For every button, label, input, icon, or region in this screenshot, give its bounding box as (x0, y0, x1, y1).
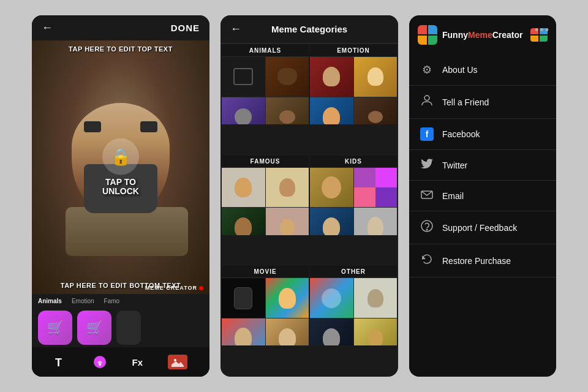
svg-point-4 (174, 359, 176, 361)
app-icon (418, 25, 437, 45)
menu-item-about[interactable]: ⚙ About Us (409, 55, 556, 86)
menu-item-facebook[interactable]: f Facebook (409, 119, 556, 150)
back-icon[interactable]: ← (42, 21, 53, 34)
meme-editor-panel: ← DONE TAP HERE TO EDIT TOP TEXT 🔒 TAP T… (32, 15, 209, 377)
category-other-label: OTHER (310, 266, 397, 277)
cat-img (354, 208, 398, 235)
app-title-creator: Creator (492, 30, 523, 40)
app-title: Funny Meme Creator (442, 30, 522, 40)
sticker-partial[interactable] (116, 311, 141, 345)
category-movie-label: MOVIE (222, 266, 309, 277)
about-icon: ⚙ (420, 63, 434, 77)
category-famous-label: FAMOUS (222, 156, 309, 167)
tell-friend-label: Tell a Friend (442, 97, 489, 107)
email-label: Email (442, 191, 464, 201)
category-kids[interactable]: KIDS (310, 156, 397, 235)
cat-img (354, 278, 398, 318)
lock-icon: 🔒 (102, 138, 139, 175)
bear-img (277, 68, 297, 85)
face-img (323, 67, 340, 86)
category-animals-images (222, 57, 309, 124)
categories-header: ← Meme Categories (221, 15, 398, 43)
cat-img (354, 168, 398, 208)
category-kids-images (310, 168, 397, 235)
menu-item-email[interactable]: Email (409, 181, 556, 211)
cat-img (310, 97, 353, 125)
category-other-images (310, 278, 397, 345)
tap-top-text[interactable]: TAP HERE TO EDIT TOP TEXT (69, 45, 173, 53)
cat-img (266, 318, 309, 346)
settings-panel: Funny Meme Creator ••• ⚙ About Us (409, 15, 556, 377)
categories-grid: ANIMALS EMOT (221, 43, 398, 377)
app-title-meme: Meme (468, 30, 492, 40)
category-emotion-label: EMOTION (310, 45, 397, 56)
app-icon-q1 (418, 25, 427, 34)
cat-img (266, 208, 309, 235)
cat-img (222, 318, 265, 346)
cat-img (354, 318, 398, 346)
menu-item-tell-friend[interactable]: Tell a Friend (409, 86, 556, 119)
tab-animals[interactable]: Animals (38, 298, 62, 304)
category-emotion-images (310, 57, 397, 124)
cat-img (310, 208, 353, 235)
meme-creator-badge: MEME CREATOR (145, 285, 203, 291)
sticker-row: 🛒 🛒 (32, 308, 209, 347)
menu-item-restore[interactable]: Restore Purchase (409, 244, 556, 277)
cat-img (354, 57, 398, 97)
done-button[interactable]: DONE (171, 23, 200, 33)
cat-img (222, 168, 265, 208)
meme-image-area[interactable]: TAP HERE TO EDIT TOP TEXT 🔒 TAP TO UNLOC… (32, 40, 209, 294)
cat-img (266, 57, 309, 97)
restore-label: Restore Purchase (442, 256, 511, 266)
dots-overflow-icon[interactable]: ••• (535, 24, 550, 37)
tab-emotion[interactable]: Emotion (72, 298, 94, 304)
app-icon-q4 (428, 36, 437, 45)
category-kids-label: KIDS (310, 156, 397, 167)
meme-categories-panel: ← Meme Categories ANIMALS (221, 15, 398, 377)
categories-back-icon[interactable]: ← (230, 23, 241, 36)
tap-unlock-text: TAP TO UNLOCK (102, 178, 139, 197)
cat-img (310, 57, 353, 97)
cat-img (310, 318, 353, 346)
restore-icon (420, 253, 434, 268)
lock-overlay[interactable]: 🔒 TAP TO UNLOCK (102, 138, 139, 197)
editor-header: ← DONE (32, 15, 209, 40)
settings-header: Funny Meme Creator (409, 15, 556, 55)
menu-item-support[interactable]: Support / Feedback (409, 211, 556, 244)
facebook-label: Facebook (442, 129, 480, 139)
color-tool[interactable] (92, 355, 107, 369)
cat-img (222, 57, 265, 97)
category-famous[interactable]: FAMOUS (222, 156, 309, 235)
cat-img (266, 97, 309, 125)
svg-point-8 (426, 229, 428, 230)
app-title-funny: Funny (442, 30, 468, 40)
cat-img (310, 278, 353, 318)
cat-img (310, 168, 353, 208)
image-tool[interactable] (168, 355, 187, 369)
svg-text:T: T (55, 356, 62, 369)
svg-point-5 (424, 96, 429, 100)
app-icon-q3 (418, 36, 427, 45)
cat-img (266, 278, 309, 318)
twitter-icon (420, 159, 434, 172)
app-icon-q2 (428, 25, 437, 34)
category-other[interactable]: OTHER (310, 266, 397, 345)
cat-img (222, 208, 265, 235)
fx-tool[interactable]: Fx (132, 357, 143, 368)
category-animals[interactable]: ANIMALS (222, 45, 309, 124)
menu-item-twitter[interactable]: Twitter (409, 150, 556, 181)
sticker-cart-2[interactable]: 🛒 (77, 311, 111, 345)
text-tool[interactable]: T (54, 355, 67, 369)
svg-point-2 (99, 363, 101, 366)
category-movie[interactable]: MOVIE (222, 266, 309, 345)
sticker-cart-1[interactable]: 🛒 (38, 311, 72, 345)
category-movie-images (222, 278, 309, 345)
category-emotion[interactable]: EMOTION (310, 45, 397, 124)
cat-img (222, 97, 265, 125)
categories-title: Meme Categories (249, 24, 370, 34)
cat-img (354, 97, 398, 125)
twitter-label: Twitter (442, 160, 467, 170)
tell-friend-icon (420, 94, 434, 110)
tab-famous[interactable]: Famo (104, 298, 120, 304)
category-tabs: Animals Emotion Famo (32, 294, 209, 308)
